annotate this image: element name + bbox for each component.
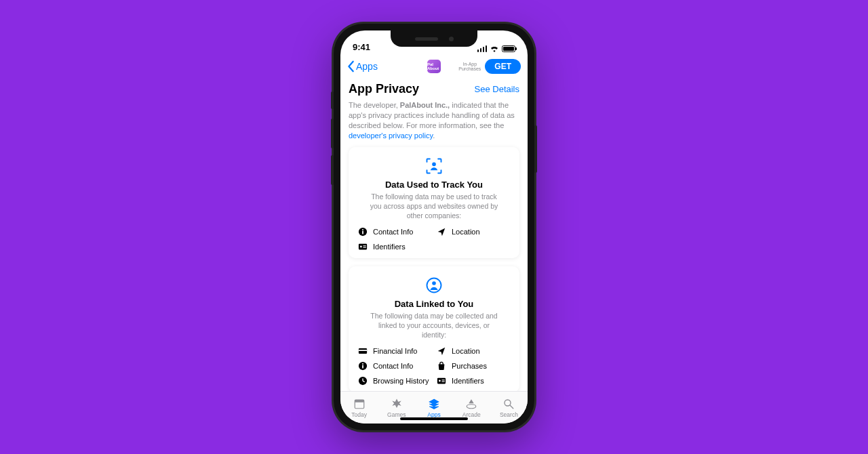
back-button[interactable]: Apps xyxy=(347,60,378,73)
card-title: Data Linked to You xyxy=(395,299,474,309)
data-item-purchases: Purchases xyxy=(437,361,510,371)
svg-rect-21 xyxy=(355,400,364,403)
data-item-location: Location xyxy=(437,227,510,236)
side-button xyxy=(534,125,537,173)
svg-rect-7 xyxy=(363,247,366,248)
bag-icon xyxy=(437,361,446,371)
page-title: App Privacy xyxy=(349,82,419,96)
svg-rect-4 xyxy=(359,244,367,250)
side-button xyxy=(331,91,334,109)
data-item-identifiers: Identifiers xyxy=(358,242,431,251)
svg-rect-2 xyxy=(362,231,363,234)
info-icon xyxy=(358,227,368,236)
status-time: 9:41 xyxy=(353,42,370,52)
privacy-card-track-you: Data Used to Track You The following dat… xyxy=(349,147,519,258)
get-button[interactable]: GET xyxy=(485,59,521,74)
data-item-identifiers: Identifiers xyxy=(437,376,510,386)
games-icon xyxy=(391,398,403,410)
back-label: Apps xyxy=(356,61,378,72)
tab-today[interactable]: Today xyxy=(340,392,378,424)
svg-rect-11 xyxy=(359,350,367,351)
chevron-left-icon xyxy=(347,60,355,73)
nav-bar: Apps Pal About In-AppPurchases GET xyxy=(340,54,528,79)
phone-frame: 9:41 Apps Pal About In-AppPurchases GET xyxy=(334,24,534,430)
tab-label: Search xyxy=(500,411,518,418)
app-icon: Pal About xyxy=(427,60,441,73)
data-item-contact-info: Contact Info xyxy=(358,227,431,236)
wifi-icon xyxy=(490,45,499,52)
side-button xyxy=(331,155,334,185)
privacy-intro: The developer, PalAbout Inc., indicated … xyxy=(349,100,519,140)
privacy-policy-link[interactable]: developer's privacy policy xyxy=(349,131,433,140)
content-area: App Privacy See Details The developer, P… xyxy=(340,79,528,391)
tracking-icon xyxy=(425,157,443,176)
svg-rect-6 xyxy=(363,246,366,247)
data-item-contact-info: Contact Info xyxy=(358,361,431,371)
svg-point-17 xyxy=(439,380,441,382)
battery-icon xyxy=(502,45,515,52)
data-item-browsing-history: Browsing History xyxy=(358,376,431,386)
tab-label: Apps xyxy=(427,411,440,418)
id-icon xyxy=(437,376,446,386)
screen: 9:41 Apps Pal About In-AppPurchases GET xyxy=(340,30,528,424)
location-icon xyxy=(437,227,446,236)
data-item-location: Location xyxy=(437,346,510,356)
linked-icon xyxy=(425,276,443,295)
clock-icon xyxy=(358,376,368,386)
side-button xyxy=(331,119,334,148)
tab-label: Today xyxy=(351,411,367,418)
svg-rect-16 xyxy=(437,378,446,384)
home-indicator[interactable] xyxy=(400,417,468,420)
today-icon xyxy=(353,398,366,410)
card-icon xyxy=(358,346,368,356)
svg-point-23 xyxy=(505,400,511,406)
info-icon xyxy=(358,361,368,371)
privacy-card-linked-to-you: Data Linked to You The following data ma… xyxy=(349,266,519,391)
search-icon xyxy=(502,398,515,410)
tab-search[interactable]: Search xyxy=(490,392,528,424)
svg-rect-18 xyxy=(441,379,444,380)
svg-rect-13 xyxy=(362,365,363,369)
nav-title-app-icon[interactable]: Pal About xyxy=(427,60,441,73)
card-subtitle: The following data may be used to track … xyxy=(366,192,502,220)
location-icon xyxy=(437,346,446,356)
svg-point-8 xyxy=(427,278,441,293)
apps-icon xyxy=(428,398,440,410)
svg-point-5 xyxy=(360,246,362,248)
notch xyxy=(391,30,477,47)
svg-point-22 xyxy=(467,404,476,408)
card-subtitle: The following data may be collected and … xyxy=(366,312,502,339)
svg-rect-19 xyxy=(441,381,444,382)
tab-label: Games xyxy=(387,411,406,418)
svg-point-9 xyxy=(432,281,436,285)
svg-point-3 xyxy=(362,229,363,230)
id-icon xyxy=(358,242,368,251)
arcade-icon xyxy=(465,398,477,410)
developer-name: PalAbout Inc., xyxy=(400,101,450,109)
in-app-purchases-label: In-AppPurchases xyxy=(458,62,481,71)
card-title: Data Used to Track You xyxy=(385,180,483,190)
tab-label: Arcade xyxy=(462,411,481,418)
svg-line-24 xyxy=(511,405,514,409)
see-details-link[interactable]: See Details xyxy=(475,84,519,94)
data-item-financial-info: Financial Info xyxy=(358,346,431,356)
svg-point-0 xyxy=(432,163,436,167)
svg-point-14 xyxy=(362,363,363,365)
signal-icon xyxy=(477,45,488,52)
